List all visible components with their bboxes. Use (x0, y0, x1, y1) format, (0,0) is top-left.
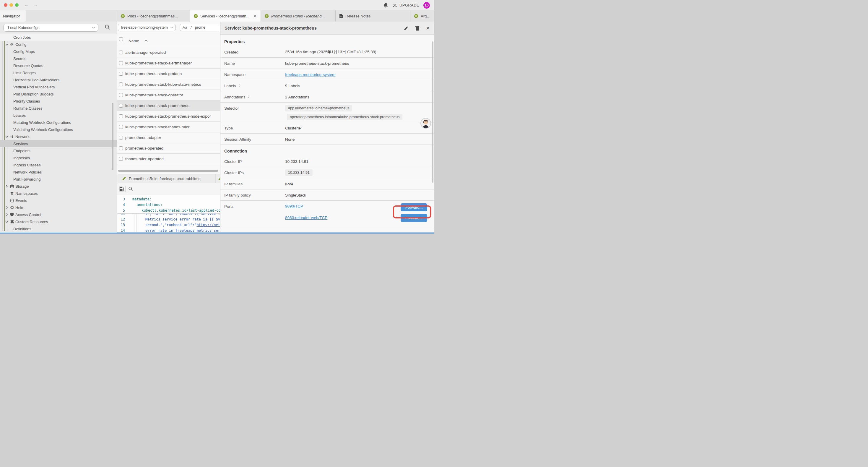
sidebar-item-pod-disruption-budgets[interactable]: Pod Disruption Budgets (0, 90, 117, 97)
name-column-header[interactable]: Name (128, 39, 139, 43)
row-checkbox[interactable] (119, 93, 123, 97)
sidebar-item-config-maps[interactable]: Config Maps (0, 48, 117, 55)
table-row[interactable]: kube-prometheus-stack-operator (117, 90, 220, 100)
regex-toggle[interactable]: .* (190, 25, 192, 30)
table-row[interactable]: kube-prometheus-stack-thanos-ruler (117, 122, 220, 133)
sidebar-item-access-control[interactable]: Access Control (0, 211, 117, 218)
back-arrow-icon[interactable]: ← (25, 2, 29, 8)
sidebar-item-runtime-classes[interactable]: Runtime Classes (0, 105, 117, 112)
sidebar-item-label: Cron Jobs (13, 35, 31, 39)
row-checkbox[interactable] (119, 125, 123, 129)
sidebar-item-horizontal-pod-autoscalers[interactable]: Horizontal Pod Autoscalers (0, 76, 117, 83)
sidebar-item-cron-jobs[interactable]: Cron Jobs (0, 34, 117, 41)
sidebar-item-network-policies[interactable]: Network Policies (0, 169, 117, 176)
navigator-tab[interactable]: Navigator (0, 10, 26, 22)
bell-icon[interactable] (383, 3, 388, 8)
sidebar-item-leases[interactable]: Leases (0, 112, 117, 119)
close-panel-icon[interactable]: ✕ (426, 25, 430, 31)
tab-2[interactable]: Services - icecheng@math...✕ (190, 10, 261, 22)
sidebar-item-ingress-classes[interactable]: Ingress Classes (0, 162, 117, 169)
sidebar-search-icon[interactable] (104, 24, 110, 30)
horizontal-scrollbar-thumb[interactable] (118, 170, 218, 172)
row-checkbox[interactable] (119, 51, 123, 54)
table-row[interactable]: prometheus-adapter (117, 133, 220, 143)
close-window-button[interactable] (4, 3, 7, 7)
table-row[interactable]: kube-prometheus-stack-kube-state-metrics (117, 79, 220, 90)
row-checkbox[interactable] (119, 61, 123, 65)
chevron-down-icon[interactable] (5, 221, 8, 223)
sidebar-scrollbar[interactable] (112, 103, 114, 170)
tab-3[interactable]: Prometheus Rules - icecheng... (261, 10, 336, 22)
sidebar-item-priority-classes[interactable]: Priority Classes (0, 97, 117, 105)
sidebar-item-secrets[interactable]: Secrets (0, 55, 117, 62)
sidebar-item-label: Custom Resources (16, 220, 48, 224)
chevron-down-icon[interactable] (5, 43, 8, 46)
yaml-editor[interactable]: 3metadata:4annotations:5kubectl.kubernet… (117, 195, 220, 233)
kubeconfig-selector[interactable]: Local Kubeconfigs (3, 24, 98, 32)
table-row[interactable]: kube-prometheus-stack-prometheus-node-ex… (117, 111, 220, 122)
namespace-selector-value: freeleaps-monitoring-system (121, 25, 168, 30)
sidebar-item-endpoints[interactable]: Endpoints (0, 147, 117, 154)
sidebar-item-network[interactable]: Network (0, 133, 117, 140)
table-row[interactable]: alertmanager-operated (117, 47, 220, 58)
tab-1[interactable]: Pods - icecheng@mathmas... (117, 10, 190, 22)
chevron-down-icon[interactable] (5, 135, 8, 138)
row-checkbox[interactable] (119, 157, 123, 161)
sort-toggle-icon[interactable] (247, 95, 250, 99)
select-all-checkbox[interactable] (119, 37, 123, 41)
row-checkbox[interactable] (119, 104, 123, 108)
sidebar-item-services[interactable]: Services (0, 140, 117, 147)
sidebar-item-custom-resources[interactable]: Custom Resources (0, 218, 117, 225)
row-checkbox[interactable] (119, 136, 123, 140)
edit-pencil-icon[interactable] (404, 26, 409, 31)
row-checkbox[interactable] (119, 114, 123, 118)
sidebar-item-vertical-pod-autoscalers[interactable]: Vertical Pod Autoscalers (0, 83, 117, 90)
editor-tab-partial[interactable] (216, 174, 220, 183)
sidebar-item-definitions[interactable]: Definitions (0, 225, 117, 232)
row-checkbox[interactable] (119, 146, 123, 150)
port-link[interactable]: 9090/TCP (285, 204, 303, 208)
row-checkbox[interactable] (119, 83, 123, 86)
notification-badge[interactable]: 15 (423, 2, 430, 8)
table-row[interactable]: kube-prometheus-stack-alertmanager (117, 58, 220, 68)
table-row[interactable]: thanos-ruler-operated (117, 154, 220, 164)
upgrade-button[interactable]: UPGRADE (392, 3, 419, 8)
tab-4[interactable]: Release Notes (336, 10, 410, 22)
case-sensitive-toggle[interactable]: Aa (183, 25, 187, 30)
chevron-right-icon[interactable] (5, 213, 8, 216)
chevron-right-icon[interactable] (5, 185, 8, 188)
sort-ascending-icon[interactable] (145, 39, 148, 42)
maximize-window-button[interactable] (15, 3, 19, 7)
sidebar-item-ingresses[interactable]: Ingresses (0, 154, 117, 162)
namespace-selector[interactable]: freeleaps-monitoring-system (118, 24, 176, 31)
sidebar-item-config[interactable]: ⚙Config (0, 41, 117, 48)
port-link[interactable]: 8080:reloader-web/TCP (285, 215, 327, 220)
sidebar-item-validating-webhook-configurations[interactable]: Validating Webhook Configurations (0, 126, 117, 133)
save-icon[interactable] (119, 186, 124, 192)
sidebar-item-mutating-webhook-configurations[interactable]: Mutating Webhook Configurations (0, 119, 117, 126)
sidebar-item-namespaces[interactable]: Namespaces (0, 190, 117, 197)
editor-tab-prometheusrule[interactable]: PrometheusRule: freeleaps-prod-rabbitmq (117, 174, 215, 183)
trash-icon[interactable] (415, 26, 420, 31)
sidebar-item-storage[interactable]: Storage (0, 183, 117, 190)
minimize-window-button[interactable] (9, 3, 13, 7)
sidebar-item-resource-quotas[interactable]: Resource Quotas (0, 62, 117, 69)
chevron-right-icon[interactable] (5, 206, 8, 209)
detail-scrollbar[interactable] (432, 41, 433, 183)
table-row[interactable]: kube-prometheus-stack-grafana (117, 68, 220, 79)
forward-arrow-icon[interactable]: → (33, 2, 38, 8)
sidebar-item-port-forwarding[interactable]: Port Forwarding (0, 176, 117, 183)
sidebar-item-events[interactable]: Events (0, 197, 117, 204)
user-avatar[interactable] (421, 118, 431, 128)
table-row[interactable]: kube-prometheus-stack-prometheus (117, 100, 220, 111)
namespace-link[interactable]: freeleaps-monitoring-system (285, 72, 335, 77)
name-filter-input[interactable]: Aa .* prome (180, 24, 220, 31)
sidebar-item-limit-ranges[interactable]: Limit Ranges (0, 69, 117, 76)
tab-5[interactable]: Argo Se... (410, 10, 434, 22)
close-tab-icon[interactable]: ✕ (253, 14, 256, 18)
sort-toggle-icon[interactable] (238, 84, 241, 87)
sidebar-item-helm[interactable]: Helm (0, 204, 117, 211)
editor-search-icon[interactable] (128, 186, 133, 191)
table-row[interactable]: prometheus-operated (117, 143, 220, 154)
row-checkbox[interactable] (119, 72, 123, 76)
